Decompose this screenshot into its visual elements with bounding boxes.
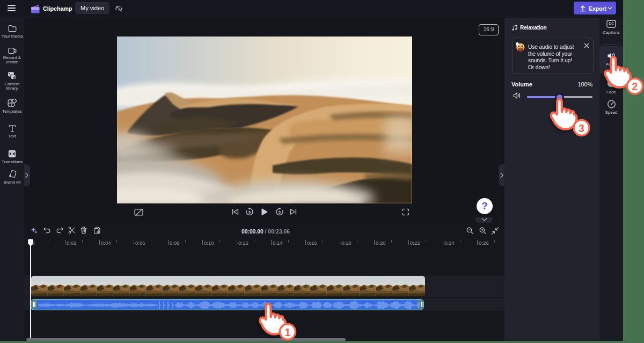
svg-text:5: 5 [279,210,281,214]
svg-text:2: 2 [632,81,638,92]
svg-text:5: 5 [248,210,251,214]
